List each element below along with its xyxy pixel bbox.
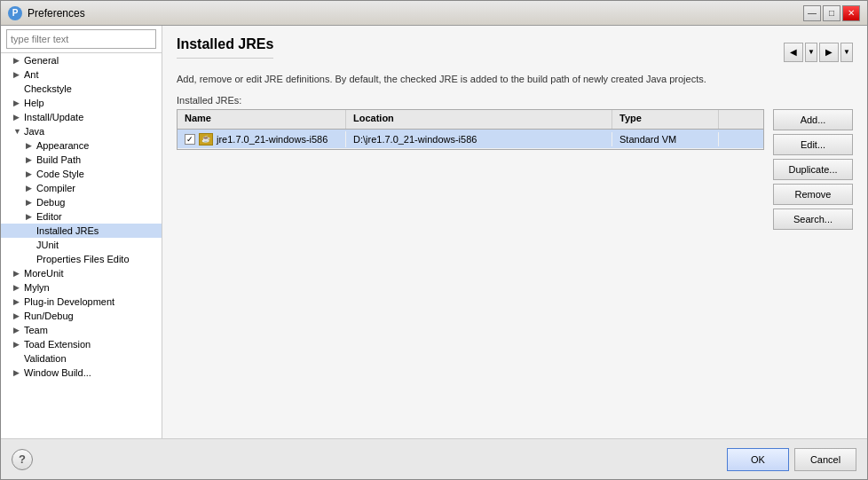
add-button[interactable]: Add... [773,109,853,130]
col-header-type: Type [612,110,719,129]
sidebar-item-general[interactable]: ▶General [1,53,162,67]
sidebar-item-mylyn[interactable]: ▶Mylyn [1,280,162,295]
cell-type: Standard VM [612,132,719,146]
tree-arrow: ▶ [13,311,22,320]
right-panel: Installed JREs ◀ ▼ ▶ ▼ Add, remove or ed… [162,26,867,438]
tree-arrow: ▶ [13,56,22,65]
main-content: ▶General▶AntCheckstyle▶Help▶Install/Upda… [1,26,867,438]
tree-arrow: ▶ [13,326,22,334]
sidebar-item-checkstyle[interactable]: Checkstyle [1,82,162,96]
table-body: ✓ ☕ jre1.7.0_21-windows-i586 D:\jre1.7.0… [178,130,763,149]
edit-button[interactable]: Edit... [773,134,853,155]
col-header-location: Location [346,110,612,129]
sidebar-item-debug[interactable]: ▶Debug [1,195,162,209]
help-button[interactable]: ? [12,449,33,470]
tree-label: Java [24,126,44,137]
tree-label: Toad Extension [24,339,91,350]
tree-arrow: ▶ [26,141,35,150]
sidebar-item-toad-extension[interactable]: ▶Toad Extension [1,337,162,351]
jre-name: jre1.7.0_21-windows-i586 [217,134,327,145]
tree-label: Team [24,325,48,335]
sidebar-item-install-update[interactable]: ▶Install/Update [1,110,162,124]
filter-input[interactable] [6,29,156,49]
tree-arrow: ▶ [13,70,22,79]
sidebar-item-compiler[interactable]: ▶Compiler [1,181,162,195]
tree-label: Debug [36,197,65,208]
sidebar-item-java[interactable]: ▼Java [1,124,162,138]
forward-button[interactable]: ▶ [819,43,839,62]
sidebar-item-help[interactable]: ▶Help [1,96,162,110]
duplicate-button[interactable]: Duplicate... [773,159,853,180]
tree-label: JUnit [36,240,59,250]
tree-label: General [24,55,59,66]
nav-arrows: ◀ ▼ ▶ ▼ [784,43,853,62]
tree-arrow: ▶ [13,113,22,122]
window-title: Preferences [28,7,803,20]
tree-label: Compiler [36,183,75,193]
tree-label: Run/Debug [24,311,74,321]
tree-arrow: ▶ [13,297,22,306]
sidebar-item-team[interactable]: ▶Team [1,323,162,337]
jre-icon: ☕ [199,133,213,146]
tree-label: Checkstyle [24,83,72,94]
tree-arrow: ▶ [13,283,22,292]
back-button[interactable]: ◀ [784,43,803,62]
tree-label: Code Style [36,169,84,179]
sidebar-item-plugin-development[interactable]: ▶Plug-in Development [1,295,162,309]
tree-arrow: ▶ [26,184,35,193]
col-header-name: Name [178,110,346,129]
search-button[interactable]: Search... [773,209,853,230]
minimize-button[interactable]: — [803,5,821,21]
jre-checkbox[interactable]: ✓ [185,134,195,145]
cancel-button[interactable]: Cancel [794,448,856,471]
sidebar-item-window-build[interactable]: ▶Window Build... [1,366,162,380]
sidebar-item-ant[interactable]: ▶Ant [1,67,162,82]
tree-label: Properties Files Edito [36,254,130,264]
tree-label: Build Path [36,154,81,165]
window-controls: — □ ✕ [803,5,860,21]
sidebar-item-editor[interactable]: ▶Editor [1,209,162,224]
bottom-buttons: OK Cancel [727,448,856,471]
title-bar: P Preferences — □ ✕ [1,1,867,26]
table-row[interactable]: ✓ ☕ jre1.7.0_21-windows-i586 D:\jre1.7.0… [178,130,763,149]
action-buttons: Add... Edit... Duplicate... Remove Searc… [773,109,853,230]
maximize-button[interactable]: □ [823,5,840,21]
tree-arrow: ▶ [13,269,22,278]
forward-dropdown-button[interactable]: ▼ [840,43,853,62]
preferences-window: P Preferences — □ ✕ ▶General▶AntChecksty… [0,0,868,480]
panel-title: Installed JREs [177,36,273,59]
jre-section-label: Installed JREs: [177,95,853,106]
tree-label: Help [24,98,44,108]
filter-box [1,26,162,53]
sidebar-item-code-style[interactable]: ▶Code Style [1,167,162,181]
remove-button[interactable]: Remove [773,184,853,205]
sidebar-item-moreunit[interactable]: ▶MoreUnit [1,266,162,280]
tree-arrow: ▶ [26,198,35,207]
back-dropdown-button[interactable]: ▼ [805,43,817,62]
tree-scroll-wrapper: ▶General▶AntCheckstyle▶Help▶Install/Upda… [1,53,162,438]
tree-arrow: ▶ [13,98,22,107]
sidebar-item-run-debug[interactable]: ▶Run/Debug [1,309,162,323]
sidebar-item-junit[interactable]: JUnit [1,238,162,252]
sidebar-item-properties-files-editor[interactable]: Properties Files Edito [1,252,162,266]
tree-arrow: ▶ [26,155,35,164]
tree-label: Mylyn [24,282,50,293]
ok-button[interactable]: OK [727,448,789,471]
sidebar-item-appearance[interactable]: ▶Appearance [1,138,162,153]
bottom-bar: ? OK Cancel [1,438,867,479]
close-button[interactable]: ✕ [842,5,860,21]
tree-label: Editor [36,211,62,222]
sidebar-item-validation[interactable]: Validation [1,351,162,366]
sidebar-item-installed-jres[interactable]: Installed JREs [1,224,162,238]
tree-label: MoreUnit [24,268,64,279]
sidebar: ▶General▶AntCheckstyle▶Help▶Install/Upda… [1,26,162,438]
cell-name: ✓ ☕ jre1.7.0_21-windows-i586 [178,131,346,147]
cell-location: D:\jre1.7.0_21-windows-i586 [346,132,612,146]
table-buttons-row: Name Location Type ✓ ☕ jre1.7.0_21-windo… [177,109,853,428]
sidebar-item-build-path[interactable]: ▶Build Path [1,153,162,167]
tree-label: Installed JREs [36,225,99,236]
panel-description: Add, remove or edit JRE definitions. By … [177,73,853,86]
tree-label: Plug-in Development [24,296,114,307]
tree-arrow: ▶ [13,340,22,349]
tree-area: ▶General▶AntCheckstyle▶Help▶Install/Upda… [1,53,162,438]
